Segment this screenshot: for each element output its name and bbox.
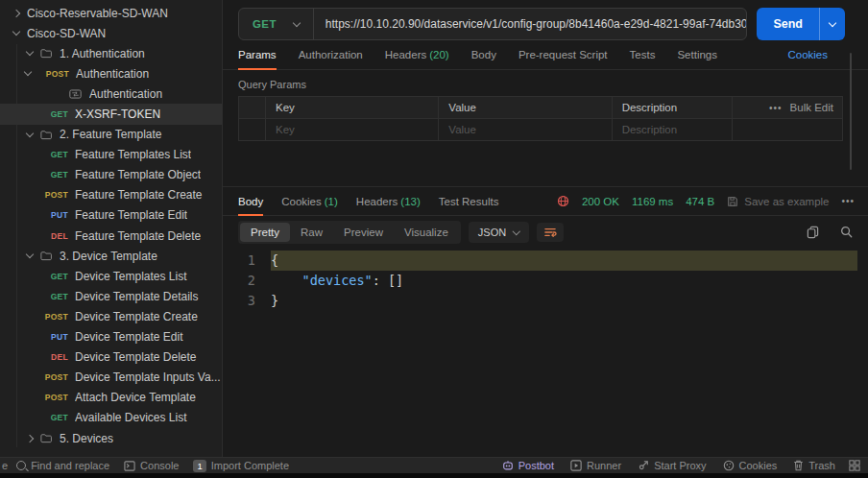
tree-item[interactable]: GETX-XSRF-TOKEN bbox=[0, 104, 222, 124]
chevron-right-icon[interactable] bbox=[26, 434, 34, 442]
tab-params[interactable]: Params bbox=[238, 40, 277, 69]
url-input[interactable]: https://10.10.20.90/dataservice/v1/confi… bbox=[314, 17, 747, 31]
tab-body[interactable]: Body bbox=[471, 40, 496, 69]
tree-item[interactable]: GETDevice Templates List bbox=[0, 266, 222, 286]
tree-item-label: 1. Authentication bbox=[60, 47, 145, 60]
column-header-value: Value bbox=[439, 97, 612, 118]
cookies-link[interactable]: Cookies bbox=[787, 40, 828, 69]
tab-authorization[interactable]: Authorization bbox=[299, 40, 363, 69]
tab-test-results[interactable]: Test Results bbox=[439, 187, 499, 215]
tree-item-label: Device Template Details bbox=[75, 290, 199, 303]
start-proxy-button[interactable]: Start Proxy bbox=[638, 460, 706, 471]
import-complete-status[interactable]: 1 Import Complete bbox=[193, 460, 289, 472]
tree-item[interactable]: POSTAuthentication bbox=[0, 63, 222, 84]
status-code[interactable]: 200 OK bbox=[582, 196, 619, 207]
tab-label: Headers bbox=[356, 196, 398, 207]
tab-pre-request-script[interactable]: Pre-request Script bbox=[518, 40, 608, 69]
tree-item[interactable]: POSTAttach Device Template bbox=[0, 388, 222, 408]
tree-item[interactable]: GETAvailable Devices List bbox=[0, 408, 222, 428]
view-visualize[interactable]: Visualize bbox=[394, 223, 459, 242]
chevron-down-icon bbox=[513, 227, 520, 235]
response-size[interactable]: 474 B bbox=[686, 196, 714, 207]
more-options-icon[interactable]: ••• bbox=[841, 196, 855, 206]
tree-item[interactable]: POSTDevice Template Inputs Va... bbox=[0, 368, 222, 388]
vertical-scrollbar[interactable] bbox=[850, 53, 852, 170]
code-line: 3 } bbox=[223, 291, 868, 311]
windows-icon[interactable] bbox=[849, 460, 860, 471]
send-label: Send bbox=[757, 17, 819, 31]
tab-settings[interactable]: Settings bbox=[677, 40, 717, 69]
tree-item-label: Feature Templates List bbox=[75, 148, 191, 161]
console-button[interactable]: Console bbox=[124, 460, 179, 471]
chevron-down-icon[interactable] bbox=[24, 68, 32, 76]
response-time[interactable]: 1169 ms bbox=[632, 196, 673, 207]
tab-tests[interactable]: Tests bbox=[630, 40, 656, 69]
tab-headers[interactable]: Headers(20) bbox=[385, 40, 449, 69]
tree-item-label: Device Template Delete bbox=[75, 350, 197, 364]
chevron-down-icon[interactable] bbox=[12, 28, 20, 36]
chevron-down-icon[interactable] bbox=[26, 129, 34, 136]
column-header-description: Description bbox=[613, 97, 733, 118]
tree-item[interactable]: 1. Authentication bbox=[0, 43, 222, 63]
tree-item[interactable]: GETFeature Template Object bbox=[0, 165, 222, 185]
postbot-button[interactable]: Postbot bbox=[502, 460, 554, 471]
tree-item-label: Cisco-Reservable-SD-WAN bbox=[27, 7, 168, 20]
tree-item-label: Device Template Create bbox=[75, 310, 198, 323]
language-select[interactable]: JSON bbox=[469, 222, 529, 243]
tree-item[interactable]: 2. Feature Template bbox=[0, 125, 222, 145]
cookies-button[interactable]: Cookies bbox=[723, 460, 778, 471]
tree-item-label: Available Devices List bbox=[75, 411, 187, 424]
request-tabs: ParamsAuthorizationHeaders(20)BodyPre-re… bbox=[223, 40, 868, 70]
value-input[interactable]: Value bbox=[439, 119, 612, 140]
search-icon bbox=[16, 461, 26, 470]
tree-item[interactable]: POSTDevice Template Create bbox=[0, 306, 222, 326]
tree-item[interactable]: 5. Devices bbox=[0, 428, 222, 448]
copy-icon[interactable] bbox=[807, 226, 819, 239]
send-button[interactable]: Send bbox=[757, 8, 845, 40]
wrap-line-button[interactable] bbox=[537, 223, 564, 242]
tree-item[interactable]: 3. Device Template bbox=[0, 246, 222, 266]
bulk-edit-button[interactable]: Bulk Edit bbox=[790, 102, 833, 113]
tab-headers[interactable]: Headers(13) bbox=[356, 187, 421, 215]
trash-button[interactable]: Trash bbox=[793, 460, 835, 471]
ssl-warning-icon[interactable] bbox=[557, 195, 569, 207]
method-badge: POST bbox=[37, 312, 68, 322]
tree-item[interactable]: Cisco-SD-WAN bbox=[0, 23, 222, 43]
tree-item[interactable]: Cisco-Reservable-SD-WAN bbox=[0, 3, 222, 23]
tab-count: (1) bbox=[325, 196, 338, 207]
key-input[interactable]: Key bbox=[266, 119, 439, 140]
view-preview[interactable]: Preview bbox=[333, 223, 394, 242]
save-as-example-button[interactable]: Save as example bbox=[727, 196, 829, 207]
tree-item[interactable]: PUTFeature Template Edit bbox=[0, 205, 222, 226]
tree-item[interactable]: Authentication bbox=[0, 84, 222, 104]
tree-item-label: Cisco-SD-WAN bbox=[27, 27, 106, 40]
tree-item[interactable]: DELFeature Template Delete bbox=[0, 226, 222, 246]
find-and-replace-button[interactable]: Find and replace bbox=[16, 460, 109, 471]
runner-button[interactable]: Runner bbox=[570, 460, 621, 471]
row-select-gutter bbox=[239, 119, 266, 140]
tree-item[interactable]: POSTFeature Template Create bbox=[0, 185, 222, 205]
tree-item[interactable]: PUTDevice Template Edit bbox=[0, 327, 222, 347]
tab-body[interactable]: Body bbox=[238, 187, 263, 215]
send-options-button[interactable] bbox=[819, 8, 845, 40]
description-input[interactable]: Description bbox=[613, 119, 733, 140]
response-body-viewer[interactable]: 1 { 2 "devices": [] 3 } bbox=[223, 248, 868, 457]
method-select[interactable]: GET bbox=[239, 18, 313, 30]
chevron-right-icon[interactable] bbox=[12, 9, 20, 16]
tree-item[interactable]: DELDevice Template Delete bbox=[0, 347, 222, 368]
tree-item-label: Attach Device Template bbox=[75, 391, 196, 404]
tree-item[interactable]: GETDevice Template Details bbox=[0, 286, 222, 306]
method-badge: PUT bbox=[37, 332, 68, 342]
view-pretty[interactable]: Pretty bbox=[240, 223, 290, 242]
tree-item-label: Authentication bbox=[76, 67, 149, 81]
tree-item-label: 3. Device Template bbox=[60, 250, 157, 263]
chevron-down-icon[interactable] bbox=[26, 251, 34, 258]
tree-item-label: X-XSRF-TOKEN bbox=[75, 108, 160, 121]
tree-item[interactable]: GETFeature Templates List bbox=[0, 145, 222, 165]
chevron-down-icon[interactable] bbox=[26, 48, 34, 56]
runner-icon bbox=[570, 460, 582, 471]
more-options-icon[interactable]: ••• bbox=[769, 103, 783, 113]
view-raw[interactable]: Raw bbox=[290, 223, 333, 242]
search-icon[interactable] bbox=[840, 226, 853, 238]
tab-cookies[interactable]: Cookies(1) bbox=[281, 187, 338, 215]
